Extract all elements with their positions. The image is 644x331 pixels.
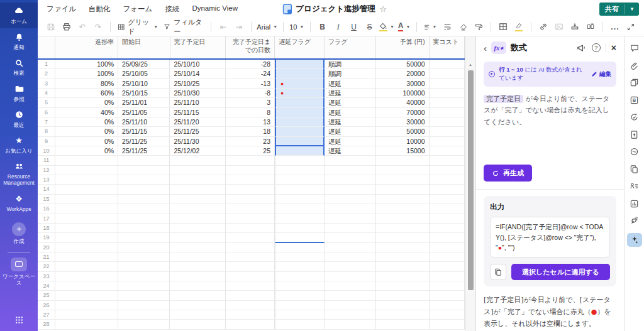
empty-cell[interactable] (376, 185, 429, 194)
empty-cell[interactable] (275, 320, 325, 329)
empty-cell[interactable] (430, 291, 465, 300)
empty-cell[interactable] (325, 224, 376, 233)
empty-cell[interactable] (275, 310, 325, 320)
close-icon[interactable]: × (611, 43, 616, 52)
empty-cell[interactable] (55, 166, 118, 175)
redo-icon[interactable]: ↷ (91, 20, 105, 34)
column-header-days[interactable]: 完了予定日までの日数 (226, 36, 275, 58)
attach-row-icon[interactable] (568, 20, 582, 34)
empty-cell[interactable] (376, 224, 429, 233)
cell-delay-flag[interactable] (275, 127, 325, 136)
empty-cell[interactable] (275, 204, 325, 214)
text-number-format-icon[interactable] (584, 20, 597, 34)
empty-cell[interactable] (430, 252, 465, 262)
empty-cell[interactable] (170, 243, 226, 252)
empty-cell[interactable] (430, 156, 465, 165)
sidebar-item-browse[interactable]: 参照 (0, 80, 38, 106)
charts-icon[interactable] (628, 198, 641, 209)
sidebar-item-resource-management[interactable]: Resource Management (0, 158, 38, 190)
empty-cell[interactable] (430, 166, 465, 175)
cell-delay-flag[interactable]: ● (275, 79, 325, 89)
column-header-flag[interactable]: フラグ (325, 36, 376, 58)
empty-cell[interactable] (118, 214, 170, 224)
empty-cell[interactable] (118, 301, 170, 310)
cell-delay-flag[interactable] (275, 146, 325, 156)
cell-due-date[interactable]: 25/11/15 (170, 108, 226, 117)
cell-start-date[interactable]: 25/09/25 (118, 60, 170, 69)
empty-cell[interactable] (55, 156, 118, 165)
cell-budget[interactable]: 15000 (376, 146, 429, 156)
cell-budget[interactable]: 100000 (376, 89, 429, 98)
empty-cell[interactable] (118, 252, 170, 262)
format-painter-button[interactable] (472, 20, 486, 34)
cell-flag[interactable]: 遅延 (325, 79, 376, 89)
row-number[interactable]: 4 (38, 89, 55, 98)
row-number[interactable]: 8 (38, 127, 55, 136)
sidebar-item-recent[interactable]: 最近 (0, 106, 38, 132)
cell-start-date[interactable]: 25/11/05 (118, 108, 170, 117)
empty-cell[interactable] (376, 272, 429, 281)
sidebar-item-create[interactable]: ＋ 作成 (0, 219, 38, 248)
row-number[interactable]: 2 (38, 69, 55, 79)
cell-due-date[interactable]: 25/10/10 (170, 60, 226, 69)
cell-days-remaining[interactable]: 25 (226, 146, 275, 156)
font-family-select[interactable]: Arial ▼ (257, 20, 278, 34)
empty-cell[interactable] (55, 195, 118, 204)
empty-cell[interactable] (55, 310, 118, 320)
strikethrough-button[interactable]: S (363, 20, 377, 34)
print-icon[interactable] (60, 20, 74, 34)
comments-icon[interactable] (628, 43, 641, 53)
row-number[interactable]: 23 (38, 272, 55, 281)
menu-item[interactable]: ファイル (47, 4, 76, 14)
attachments-icon[interactable] (628, 60, 641, 71)
empty-cell[interactable] (55, 281, 118, 291)
sidebar-item-workapps[interactable]: ❖ WorkApps (0, 190, 38, 216)
cell-cost[interactable] (430, 146, 465, 156)
empty-cell[interactable] (275, 243, 325, 252)
column-header-progress[interactable]: 進捗率 (55, 36, 118, 58)
cell-days-remaining[interactable]: 13 (226, 117, 275, 127)
image-icon[interactable] (552, 20, 566, 34)
cell-due-date[interactable]: 25/10/14 (170, 69, 226, 79)
empty-cell[interactable] (376, 301, 429, 310)
cell-flag[interactable]: 遅延 (325, 127, 376, 136)
cell-due-date[interactable]: 25/12/02 (170, 146, 226, 156)
row-number[interactable]: 9 (38, 137, 55, 146)
empty-cell[interactable] (430, 204, 465, 214)
cell-delay-flag[interactable] (275, 137, 325, 146)
empty-cell[interactable] (55, 301, 118, 310)
empty-cell[interactable] (118, 195, 170, 204)
empty-cell[interactable] (55, 243, 118, 252)
cell-start-date[interactable]: 25/10/05 (118, 69, 170, 79)
empty-cell[interactable] (430, 301, 465, 310)
publish-icon[interactable] (628, 129, 641, 140)
empty-cell[interactable] (170, 262, 226, 271)
empty-cell[interactable] (376, 233, 429, 242)
column-header-budget[interactable]: 予算 (円) (376, 36, 429, 58)
row-number[interactable]: 1 (38, 60, 55, 69)
empty-cell[interactable] (275, 252, 325, 262)
empty-cell[interactable] (430, 320, 465, 329)
clear-format-button[interactable] (456, 20, 470, 34)
empty-cell[interactable] (118, 233, 170, 242)
cell-flag[interactable]: 順調 (325, 69, 376, 79)
empty-cell[interactable] (226, 281, 275, 291)
empty-cell[interactable] (430, 281, 465, 291)
empty-cell[interactable] (118, 185, 170, 194)
brandfolder-icon[interactable]: B (628, 95, 641, 106)
empty-cell[interactable] (226, 204, 275, 214)
empty-cell[interactable] (55, 252, 118, 262)
empty-cell[interactable] (226, 291, 275, 300)
column-header-due[interactable]: 完了予定日 (170, 36, 226, 58)
empty-cell[interactable] (376, 243, 429, 252)
copy-formula-button[interactable] (490, 264, 506, 280)
empty-cell[interactable] (430, 195, 465, 204)
empty-cell[interactable] (325, 301, 376, 310)
filter-button[interactable]: フィルター (162, 20, 206, 34)
cell-progress[interactable]: 40% (55, 108, 118, 117)
empty-cell[interactable] (325, 291, 376, 300)
sidebar-item-home[interactable]: ホーム (0, 3, 38, 28)
row-number[interactable]: 6 (38, 108, 55, 117)
row-number[interactable]: 21 (38, 252, 55, 262)
empty-cell[interactable] (376, 204, 429, 214)
